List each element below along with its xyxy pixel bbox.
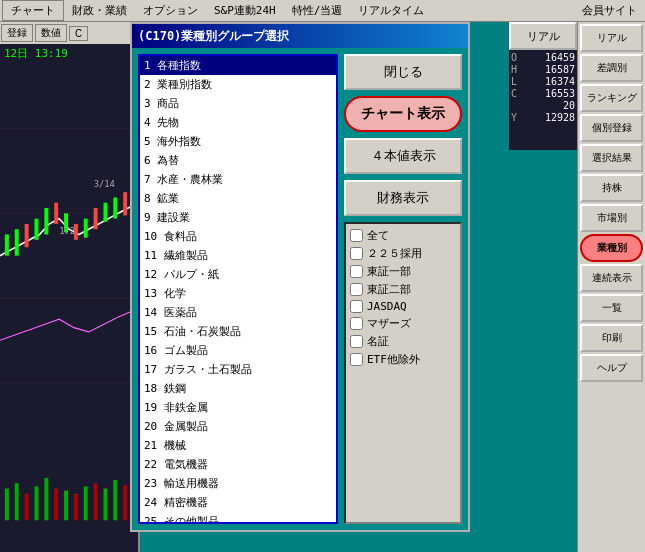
print-button[interactable]: 印刷: [580, 324, 643, 352]
member-site-link[interactable]: 会員サイト: [582, 3, 645, 18]
continuous-button[interactable]: 連続表示: [580, 264, 643, 292]
menu-options[interactable]: オプション: [135, 1, 206, 20]
financial-display-button[interactable]: 財務表示: [344, 180, 462, 216]
close-button[interactable]: 閉じる: [344, 54, 462, 90]
svg-rect-21: [44, 478, 48, 520]
filter-checkbox-0[interactable]: [350, 229, 363, 242]
list-item[interactable]: 20 金属製品: [140, 417, 336, 436]
svg-rect-14: [104, 203, 108, 222]
chart-canvas: 12日 13:19: [0, 44, 138, 552]
four-values-button[interactable]: ４本値表示: [344, 138, 462, 174]
list-item[interactable]: 25 その他製品: [140, 512, 336, 524]
menu-features[interactable]: 特性/当週: [284, 1, 351, 20]
dialog-title: (C170)業種別グループ選択: [138, 28, 289, 45]
chart-display-button[interactable]: チャート表示: [344, 96, 462, 132]
checkbox-row: 東証二部: [350, 282, 456, 297]
list-item[interactable]: 23 輸送用機器: [140, 474, 336, 493]
menu-realtime[interactable]: リアルタイム: [350, 1, 432, 20]
list-item[interactable]: 12 パルプ・紙: [140, 265, 336, 284]
info-value: 16553: [545, 88, 575, 99]
checkbox-label-5: マザーズ: [367, 316, 411, 331]
svg-rect-27: [104, 489, 108, 521]
svg-rect-20: [35, 486, 39, 520]
realtime-button[interactable]: リアル: [509, 22, 577, 50]
info-label: L: [511, 76, 517, 87]
filter-checkbox-6[interactable]: [350, 335, 363, 348]
checkbox-row: 東証一部: [350, 264, 456, 279]
sasa-button[interactable]: 差調別: [580, 54, 643, 82]
filter-checkbox-1[interactable]: [350, 247, 363, 260]
list-item[interactable]: 7 水産・農林業: [140, 170, 336, 189]
industry-button[interactable]: 業種別: [580, 234, 643, 262]
chart-toolbar: 登録 数値 C: [0, 22, 138, 44]
values-button[interactable]: 数値: [35, 24, 67, 42]
info-value: 12928: [545, 112, 575, 123]
list-item[interactable]: 6 為替: [140, 151, 336, 170]
group-list[interactable]: 1 各種指数2 業種別指数3 商品4 先物5 海外指数6 為替7 水産・農林業8…: [138, 54, 338, 524]
group-select-dialog: (C170)業種別グループ選択 1 各種指数2 業種別指数3 商品4 先物5 海…: [130, 22, 470, 532]
chart-panel: 登録 数値 C 12日 13:19: [0, 22, 140, 552]
checkbox-label-3: 東証二部: [367, 282, 411, 297]
info-row: 20: [511, 100, 575, 111]
list-item[interactable]: 18 鉄鋼: [140, 379, 336, 398]
svg-rect-18: [15, 483, 19, 520]
help-button[interactable]: ヘルプ: [580, 354, 643, 382]
info-value: 16459: [545, 52, 575, 63]
dialog-title-bar: (C170)業種別グループ選択: [132, 24, 468, 48]
list-item[interactable]: 8 鉱業: [140, 189, 336, 208]
checkbox-row: 全て: [350, 228, 456, 243]
svg-rect-12: [84, 219, 88, 238]
list-item[interactable]: 2 業種別指数: [140, 75, 336, 94]
list-item[interactable]: 21 機械: [140, 436, 336, 455]
result-button[interactable]: 選択結果: [580, 144, 643, 172]
list-item[interactable]: 22 電気機器: [140, 455, 336, 474]
svg-rect-13: [94, 208, 98, 229]
info-row: C16553: [511, 88, 575, 99]
menu-chart[interactable]: チャート: [2, 0, 64, 21]
market-button[interactable]: 市場別: [580, 204, 643, 232]
filter-checkbox-2[interactable]: [350, 265, 363, 278]
svg-text:3/14: 3/14: [94, 178, 116, 189]
list-item[interactable]: 4 先物: [140, 113, 336, 132]
menu-sp[interactable]: S&P連動24H: [206, 1, 284, 20]
checkbox-label-2: 東証一部: [367, 264, 411, 279]
real-button[interactable]: リアル: [580, 24, 643, 52]
filter-checkbox-5[interactable]: [350, 317, 363, 330]
list-item[interactable]: 1 各種指数: [140, 56, 336, 75]
list-item[interactable]: 11 繊維製品: [140, 246, 336, 265]
holdings-button[interactable]: 持株: [580, 174, 643, 202]
svg-rect-16: [123, 192, 127, 215]
checkbox-row: ETF他除外: [350, 352, 456, 367]
list-item[interactable]: 3 商品: [140, 94, 336, 113]
checkbox-row: マザーズ: [350, 316, 456, 331]
register-button[interactable]: 登録: [1, 24, 33, 42]
individual-button[interactable]: 個別登録: [580, 114, 643, 142]
checkbox-label-4: JASDAQ: [367, 300, 407, 313]
filter-checkbox-7[interactable]: [350, 353, 363, 366]
info-label: C: [511, 88, 517, 99]
filter-checkbox-4[interactable]: [350, 300, 363, 313]
ranking-button[interactable]: ランキング: [580, 84, 643, 112]
svg-rect-5: [15, 229, 19, 255]
chart-visualization: 3/14 172: [0, 44, 138, 552]
filter-checkboxes: 全て２２５採用東証一部東証二部JASDAQマザーズ名証ETF他除外: [344, 222, 462, 524]
info-row: L16374: [511, 76, 575, 87]
list-item[interactable]: 9 建設業: [140, 208, 336, 227]
list-item[interactable]: 15 石油・石炭製品: [140, 322, 336, 341]
filter-checkbox-3[interactable]: [350, 283, 363, 296]
list-item[interactable]: 19 非鉄金属: [140, 398, 336, 417]
menu-financial[interactable]: 財政・業績: [64, 1, 135, 20]
dialog-body: 1 各種指数2 業種別指数3 商品4 先物5 海外指数6 為替7 水産・農林業8…: [132, 48, 468, 530]
list-item[interactable]: 17 ガラス・土石製品: [140, 360, 336, 379]
price-info-panel: O16459H16587L16374C1655320Y12928: [509, 50, 577, 150]
list-item[interactable]: 5 海外指数: [140, 132, 336, 151]
list-item[interactable]: 10 食料品: [140, 227, 336, 246]
list-button[interactable]: 一覧: [580, 294, 643, 322]
list-item[interactable]: 13 化学: [140, 284, 336, 303]
list-item[interactable]: 14 医薬品: [140, 303, 336, 322]
checkbox-label-0: 全て: [367, 228, 389, 243]
list-item[interactable]: 16 ゴム製品: [140, 341, 336, 360]
list-item[interactable]: 24 精密機器: [140, 493, 336, 512]
info-value: 16587: [545, 64, 575, 75]
c-button[interactable]: C: [69, 26, 88, 41]
